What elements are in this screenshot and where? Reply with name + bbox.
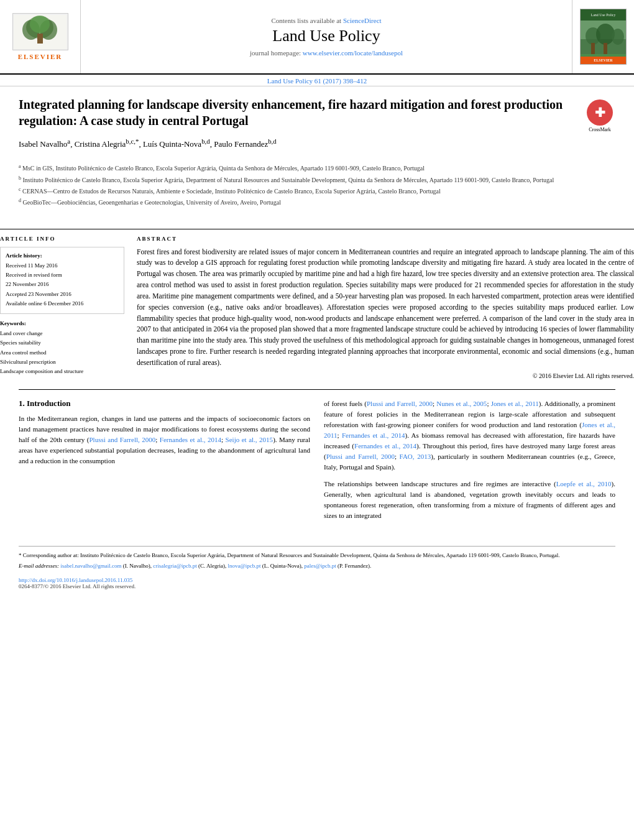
cover-title: Land Use Policy — [591, 13, 616, 17]
ref-loepfe2010[interactable]: Loepfe et al., 2010 — [556, 480, 612, 487]
ref-fernandes2014-r[interactable]: Fernandes et al., 2014 — [342, 432, 405, 439]
corresponding-author-footnote: * Corresponding author at: Instituto Pol… — [19, 552, 615, 560]
elsevier-logo: ELSEVIER — [12, 13, 68, 60]
date-revised-label: Received in revised form — [6, 270, 119, 280]
journal-cover-area: Land Use Policy ELSEVIER — [572, 0, 634, 73]
email-fernandez[interactable]: pales@ipcb.pt — [304, 563, 336, 569]
homepage-prefix: journal homepage: — [250, 49, 301, 57]
keyword-4: Silvicultural prescription — [0, 358, 124, 367]
intro-col-right: of forest fuels (Plussi and Farrell, 200… — [324, 399, 615, 528]
bottom-line: http://dx.doi.org/10.1016/j.landusepol.2… — [0, 572, 634, 596]
cover-bottom-band: ELSEVIER — [581, 57, 626, 64]
sciencedirect-prefix: Contents lists available at — [271, 17, 341, 24]
ref-nunes2005[interactable]: Nunes et al., 2005 — [436, 400, 487, 407]
cover-bottom-label: ELSEVIER — [594, 58, 612, 62]
intro-para-3: The relationships between landscape stru… — [324, 479, 615, 521]
journal-header: ELSEVIER Contents lists available at Sci… — [0, 0, 634, 75]
svg-point-5 — [30, 16, 50, 33]
crossmark-label: CrossMark — [589, 127, 611, 132]
abstract-text: Forest fires and forest biodiversity are… — [137, 247, 634, 369]
intro-para-2: of forest fuels (Plussi and Farrell, 200… — [324, 399, 615, 473]
journal-center-header: Contents lists available at ScienceDirec… — [81, 0, 572, 73]
author-fernandez: Paulo Fernandezb,d — [214, 139, 277, 149]
date-received: Received 11 May 2016 — [6, 261, 119, 270]
email-navalho[interactable]: isabel.navalho@gmail.com — [60, 563, 121, 569]
section1-number: 1. — [19, 399, 27, 408]
abstract-copyright: © 2016 Elsevier Ltd. All rights reserved… — [137, 372, 634, 379]
svg-rect-12 — [604, 43, 607, 54]
keywords-list: Land cover change Species suitability Ar… — [0, 329, 124, 376]
homepage-url[interactable]: www.elsevier.com/locate/landusepol — [303, 49, 403, 57]
author-quintanova: Luís Quinta-Novab,d — [143, 139, 210, 149]
email-alegria[interactable]: crisalegria@ipcb.pt — [153, 563, 197, 569]
affiliation-a: a MsC in GIS, Instituto Politécnico de C… — [19, 163, 615, 173]
author-alegria: Cristina Alegriab,c,* — [75, 139, 139, 149]
article-dates: Received 11 May 2016 Received in revised… — [6, 261, 119, 308]
section1-heading: Introduction — [27, 399, 71, 408]
journal-homepage: journal homepage: www.elsevier.com/locat… — [250, 49, 403, 57]
affiliation-c: c CERNAS—Centro de Estudos de Recursos N… — [19, 186, 615, 196]
article-header-section: Integrated planning for landscape divers… — [0, 86, 634, 229]
abstract-heading: ABSTRACT — [137, 236, 634, 242]
ref-seijo2015[interactable]: Seijo et al., 2015 — [226, 436, 273, 443]
introduction-two-col: 1. Introduction In the Mediterranean reg… — [19, 399, 615, 528]
section-divider — [19, 389, 615, 390]
doi-line: Land Use Policy 61 (2017) 398–412 — [0, 75, 634, 86]
keyword-1: Land cover change — [0, 329, 124, 338]
keywords-box: Keywords: Land cover change Species suit… — [0, 320, 124, 376]
elsevier-logo-area: ELSEVIER — [0, 0, 81, 73]
ref-plussi2000[interactable]: Plussi and Farrell, 2000 — [89, 436, 155, 443]
sciencedirect-line: Contents lists available at ScienceDirec… — [271, 17, 381, 24]
date-revised: 22 November 2016 — [6, 280, 119, 289]
keywords-label: Keywords: — [0, 320, 124, 326]
article-title-area: Integrated planning for landscape divers… — [19, 96, 572, 155]
svg-point-10 — [612, 29, 624, 45]
issn-line: 0264-8377/© 2016 Elsevier Ltd. All right… — [19, 583, 136, 589]
author-navalho: Isabel Navalhoa — [19, 139, 70, 149]
affiliations-section: a MsC in GIS, Instituto Politécnico de C… — [19, 163, 615, 207]
elsevier-text: ELSEVIER — [18, 53, 63, 60]
affiliation-b: b Instituto Politécnico de Castelo Branc… — [19, 175, 615, 185]
ref-jones2011[interactable]: Jones et al., 2011 — [491, 400, 539, 407]
journal-name: Land Use Policy — [272, 27, 380, 45]
ref-fao2013[interactable]: FAO, 2013 — [400, 453, 431, 460]
ref-fernandes2014[interactable]: Fernandes et al., 2014 — [160, 436, 221, 443]
cover-top-band: Land Use Policy — [581, 9, 626, 21]
date-online: Available online 6 December 2016 — [6, 299, 119, 308]
article-history-box: Article history: Received 11 May 2016 Re… — [0, 247, 124, 314]
info-abstract-section: ARTICLE INFO Article history: Received 1… — [0, 229, 634, 379]
section1-title: 1. Introduction — [19, 399, 310, 408]
sciencedirect-link[interactable]: ScienceDirect — [343, 17, 382, 24]
affiliation-d: d GeoBioTec—Geobiociências, Geoengenhari… — [19, 197, 615, 207]
history-label: Article history: — [6, 252, 119, 259]
svg-rect-11 — [591, 43, 595, 54]
crossmark-icon: ✚ — [587, 99, 613, 126]
article-title: Integrated planning for landscape divers… — [19, 96, 572, 129]
keyword-5: Landscape composition and structure — [0, 367, 124, 376]
journal-cover-image: Land Use Policy ELSEVIER — [580, 9, 627, 65]
cover-image-area — [581, 21, 626, 57]
svg-rect-4 — [37, 34, 43, 44]
date-accepted: Accepted 23 November 2016 — [6, 290, 119, 299]
ref-plussi2000-r[interactable]: Plussi and Farrell, 2000 — [367, 400, 433, 407]
crossmark-area: ✚ CrossMark — [584, 99, 615, 132]
article-authors: Isabel Navalhoa, Cristina Alegriab,c,*, … — [19, 137, 572, 149]
ref-plussi-r[interactable]: Plussi and Farrell, 2000 — [326, 453, 395, 460]
article-info-column: ARTICLE INFO Article history: Received 1… — [0, 236, 124, 379]
elsevier-tree-image — [12, 13, 68, 50]
body-content: 1. Introduction In the Mediterranean reg… — [0, 399, 634, 540]
abstract-column: ABSTRACT Forest fires and forest biodive… — [137, 236, 634, 379]
intro-para-1: In the Mediterranean region, changes in … — [19, 413, 310, 466]
article-title-section: Integrated planning for landscape divers… — [19, 96, 615, 155]
article-info-heading: ARTICLE INFO — [0, 236, 124, 242]
keyword-2: Species suitability — [0, 338, 124, 348]
doi-url[interactable]: http://dx.doi.org/10.1016/j.landusepol.2… — [19, 577, 132, 583]
intro-col-left: 1. Introduction In the Mediterranean reg… — [19, 399, 310, 528]
footnote-section: * Corresponding author at: Instituto Pol… — [19, 546, 615, 570]
email-addresses-footnote: E-mail addresses: isabel.navalho@gmail.c… — [19, 562, 615, 571]
keyword-3: Area control method — [0, 348, 124, 358]
ref-fernandes2014-2[interactable]: Fernandes et al., 2014 — [354, 442, 416, 450]
email-quintanova[interactable]: lnova@ipcb.pt — [227, 563, 260, 569]
